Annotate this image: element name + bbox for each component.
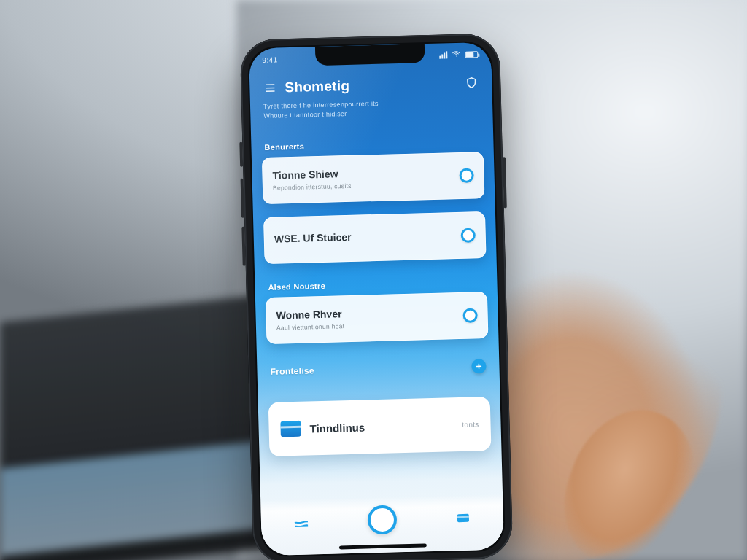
app-title: Shometig: [285, 78, 350, 96]
wifi-icon: [452, 50, 460, 60]
summary-card[interactable]: Tinndlinus tonts: [268, 397, 492, 456]
card-subtitle: Aaul viettuntionun hoat: [276, 322, 345, 331]
battery-icon: [465, 51, 478, 58]
tab-center[interactable]: [367, 505, 397, 534]
card-title: Wonne Rhver: [276, 308, 344, 321]
radio-icon[interactable]: [460, 228, 476, 243]
card-subtitle: Bepondion itterstuu, cusits: [273, 182, 352, 192]
radio-icon[interactable]: [462, 308, 478, 323]
section-label-a: Benurerts: [264, 142, 304, 152]
summary-title: Tinndlinus: [309, 421, 365, 435]
phone-screen: 9:41 Shometig: [249, 42, 504, 556]
section-row-title: Frontelise: [270, 365, 314, 377]
svg-rect-1: [457, 516, 468, 518]
circle-icon: [367, 505, 397, 534]
card-title: WSE. Uf Stuicer: [274, 231, 352, 245]
summary-meta: tonts: [462, 420, 479, 429]
app-subtitle: Tyret there f he interresenpourrert its …: [263, 97, 462, 121]
card-title: Tionne Shiew: [272, 168, 351, 182]
option-card-1[interactable]: Tionne Shiew Bepondion itterstuu, cusits: [262, 152, 485, 204]
tab-home[interactable]: [287, 507, 317, 537]
radio-icon[interactable]: [459, 168, 474, 183]
signal-icon: [439, 51, 447, 58]
mute-switch: [239, 142, 243, 167]
status-indicators: [439, 49, 478, 60]
app-header: Shometig Tyret there f he interresenpour…: [249, 67, 493, 132]
shield-icon[interactable]: [464, 75, 479, 90]
display-notch: [315, 44, 425, 66]
section-row[interactable]: Frontelise: [267, 357, 489, 381]
menu-icon[interactable]: [263, 80, 278, 96]
phone-frame: 9:41 Shometig: [240, 33, 514, 560]
volume-down-button: [241, 227, 245, 266]
option-card-2[interactable]: WSE. Uf Stuicer: [263, 211, 487, 264]
tab-wallet[interactable]: [448, 502, 478, 532]
option-card-3[interactable]: Wonne Rhver Aaul viettuntionun hoat: [266, 292, 489, 344]
section-label-b: Alsed Noustre: [268, 281, 325, 292]
volume-up-button: [241, 179, 244, 218]
add-icon[interactable]: [471, 359, 487, 374]
status-time: 9:41: [262, 55, 278, 64]
card-icon: [280, 421, 301, 438]
card-subtitle: [274, 246, 352, 248]
svg-rect-0: [457, 514, 468, 522]
